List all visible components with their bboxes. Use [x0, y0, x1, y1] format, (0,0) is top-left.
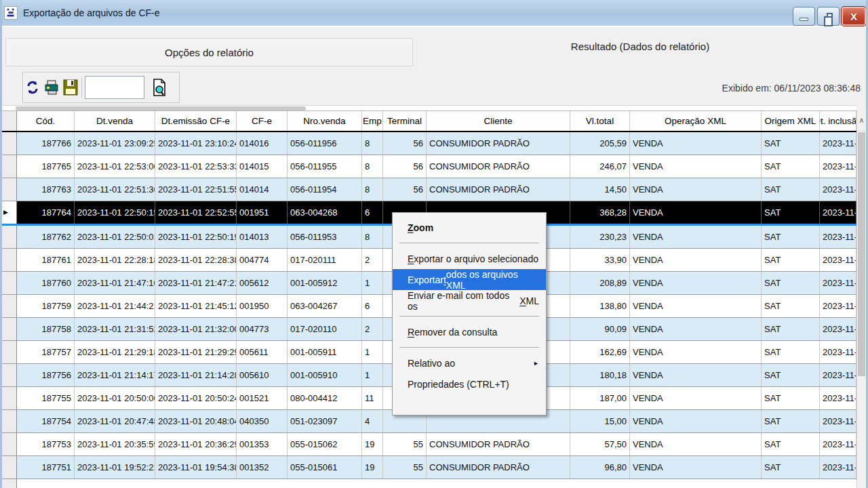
- cell-dt-inclusao[interactable]: 2023-11-01: [820, 318, 856, 340]
- cell-nro-venda[interactable]: 056-011953: [288, 226, 362, 248]
- column-header-operacao-xml[interactable]: Operação XML: [630, 111, 762, 131]
- cell-vl-total[interactable]: 180,18: [570, 364, 630, 386]
- cell-dt-venda[interactable]: 2023-11-01 20:35:59: [75, 433, 155, 455]
- cell-emp[interactable]: 19: [362, 433, 383, 455]
- cell-cod[interactable]: 187757: [17, 341, 75, 363]
- cell-dt-inclusao[interactable]: 2023-11-01: [820, 364, 856, 386]
- cell-origem-xml[interactable]: SAT: [762, 410, 820, 432]
- cell-origem-xml[interactable]: SAT: [762, 272, 820, 294]
- cell-emp[interactable]: 1: [362, 364, 383, 386]
- cell-cfe[interactable]: 005610: [237, 364, 288, 386]
- cell-origem-xml[interactable]: SAT: [762, 341, 820, 363]
- cell-origem-xml[interactable]: SAT: [762, 201, 820, 224]
- cell-terminal[interactable]: 55: [383, 456, 427, 479]
- column-header-dt-emissao-cfe[interactable]: Dt.emissão CF-e: [155, 111, 237, 131]
- cell-dt-venda[interactable]: 2023-11-01 20:50:00: [75, 387, 155, 409]
- cell-origem-xml[interactable]: SAT: [762, 433, 820, 455]
- cell-dt-emissao-cfe[interactable]: 2023-11-01 21:32:00: [155, 318, 237, 340]
- cell-nro-venda[interactable]: 063-004268: [288, 201, 362, 224]
- cell-emp[interactable]: 8: [362, 178, 383, 201]
- cell-dt-emissao-cfe[interactable]: 2023-11-01 21:45:12: [155, 295, 237, 317]
- cell-cliente[interactable]: CONSUMIDOR PADRÃO: [427, 456, 570, 479]
- cell-origem-xml[interactable]: SAT: [762, 155, 820, 178]
- cell-cod[interactable]: 187763: [17, 178, 75, 201]
- cell-dt-venda[interactable]: 2023-11-01 22:53:00: [75, 155, 155, 178]
- column-header-dt-inclusao[interactable]: Dt. inclusão: [820, 111, 856, 131]
- cell-vl-total[interactable]: 33,90: [570, 249, 630, 271]
- cell-operacao-xml[interactable]: VENDA: [630, 433, 762, 455]
- horizontal-scrollbar[interactable]: [2, 105, 856, 110]
- cell-terminal[interactable]: 55: [383, 433, 427, 455]
- cell-dt-inclusao[interactable]: 2023-11-01: [820, 410, 856, 432]
- cell-vl-total[interactable]: 208,89: [570, 272, 630, 294]
- menu-item-remover-da-consulta[interactable]: Remover da consulta: [393, 321, 546, 342]
- cell-nro-venda[interactable]: 080-004412: [288, 387, 362, 409]
- cell-operacao-xml[interactable]: VENDA: [630, 226, 762, 248]
- cell-dt-emissao-cfe[interactable]: 2023-11-01 23:10:24: [155, 132, 237, 155]
- save-button[interactable]: [61, 76, 80, 99]
- cell-emp[interactable]: 1: [362, 341, 383, 363]
- cell-origem-xml[interactable]: SAT: [762, 178, 820, 201]
- cell-cliente[interactable]: CONSUMIDOR PADRÃO: [427, 433, 570, 455]
- column-header-origem-xml[interactable]: Origem XML: [762, 111, 820, 131]
- cell-operacao-xml[interactable]: VENDA: [630, 178, 762, 201]
- cell-vl-total[interactable]: 57,50: [570, 433, 630, 455]
- cell-dt-inclusao[interactable]: 2023-11-01: [820, 178, 856, 201]
- cell-nro-venda[interactable]: 055-015062: [288, 433, 362, 455]
- cell-cod[interactable]: 187753: [17, 433, 75, 455]
- column-header-terminal[interactable]: Terminal: [383, 111, 427, 131]
- close-button[interactable]: X: [842, 7, 866, 26]
- menu-item-exportar-arquivo-selecionado[interactable]: Exportar o arquivo selecionado: [393, 248, 546, 269]
- cell-origem-xml[interactable]: SAT: [762, 295, 820, 317]
- cell-emp[interactable]: 11: [362, 387, 383, 409]
- minimize-button[interactable]: [793, 7, 815, 26]
- cell-emp[interactable]: 4: [362, 410, 383, 432]
- cell-vl-total[interactable]: 14,50: [570, 178, 630, 201]
- cell-nro-venda[interactable]: 017-020110: [288, 318, 362, 340]
- cell-dt-venda[interactable]: 2023-11-01 23:09:25: [75, 132, 155, 155]
- cell-origem-xml[interactable]: SAT: [762, 249, 820, 271]
- menu-item-zoom[interactable]: Zoom: [393, 217, 546, 238]
- cell-origem-xml[interactable]: SAT: [762, 364, 820, 386]
- refresh-button[interactable]: [23, 76, 42, 99]
- cell-nro-venda[interactable]: 017-020111: [288, 249, 362, 271]
- cell-dt-emissao-cfe[interactable]: 2023-11-01 22:50:19: [155, 226, 237, 248]
- cell-emp[interactable]: 2: [362, 318, 383, 340]
- cell-cod[interactable]: 187756: [17, 364, 75, 386]
- cell-cfe[interactable]: 004774: [237, 249, 288, 271]
- cell-dt-venda[interactable]: 2023-11-01 22:28:18: [75, 249, 155, 271]
- table-row[interactable]: 1877652023-11-01 22:53:002023-11-01 22:5…: [2, 155, 856, 178]
- scroll-up-button[interactable]: ∧: [857, 110, 866, 131]
- menu-item-propriedades[interactable]: Propriedades (CTRL+T): [393, 373, 546, 394]
- cell-nro-venda[interactable]: 063-004267: [288, 295, 362, 317]
- cell-nro-venda[interactable]: 051-023097: [288, 410, 362, 432]
- cell-dt-inclusao[interactable]: 2023-11-01: [820, 341, 856, 363]
- column-header-emp[interactable]: Emp: [362, 111, 383, 131]
- cell-operacao-xml[interactable]: VENDA: [630, 272, 762, 294]
- cell-dt-emissao-cfe[interactable]: 2023-11-01 19:54:38: [155, 456, 237, 479]
- cell-vl-total[interactable]: 162,69: [570, 341, 630, 363]
- row-selector-cell[interactable]: [2, 295, 17, 317]
- cell-origem-xml[interactable]: SAT: [762, 387, 820, 409]
- cell-origem-xml[interactable]: SAT: [762, 226, 820, 248]
- row-selector-cell[interactable]: [2, 226, 17, 248]
- cell-vl-total[interactable]: 138,80: [570, 295, 630, 317]
- cell-origem-xml[interactable]: SAT: [762, 132, 820, 155]
- cell-dt-venda[interactable]: 2023-11-01 21:29:18: [75, 341, 155, 363]
- column-header-cod[interactable]: Cód.: [17, 111, 75, 131]
- cell-emp[interactable]: 6: [362, 295, 383, 317]
- filter-input[interactable]: [85, 76, 144, 99]
- cell-vl-total[interactable]: 15,00: [570, 410, 630, 432]
- cell-nro-venda[interactable]: 056-011956: [288, 132, 362, 155]
- row-selector-cell[interactable]: [2, 178, 17, 201]
- cell-cfe[interactable]: 004773: [237, 318, 288, 340]
- column-header-dt-venda[interactable]: Dt.venda: [75, 111, 155, 131]
- cell-dt-inclusao[interactable]: 2023-11-01: [820, 387, 856, 409]
- column-header-cliente[interactable]: Cliente: [427, 111, 570, 131]
- row-selector-cell[interactable]: [2, 410, 17, 432]
- cell-cod[interactable]: 187751: [17, 456, 75, 479]
- row-selector-cell[interactable]: [2, 132, 17, 155]
- cell-nro-venda[interactable]: 056-011954: [288, 178, 362, 201]
- cell-cliente[interactable]: CONSUMIDOR PADRÃO: [427, 132, 570, 155]
- cell-operacao-xml[interactable]: VENDA: [630, 456, 762, 479]
